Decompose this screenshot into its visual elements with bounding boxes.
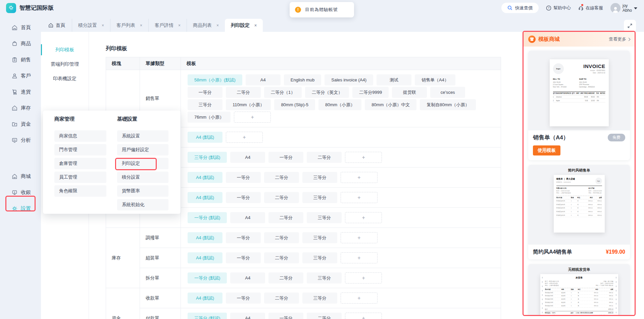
popup-item-用戶偏好設定[interactable]: 用戶偏好設定 xyxy=(117,144,168,155)
template-pill[interactable]: 提货联 xyxy=(392,87,427,98)
popup-item-系統設置[interactable]: 系統設置 xyxy=(117,130,168,142)
close-icon[interactable]: × xyxy=(178,23,181,28)
sidebar-item-銷售[interactable]: 銷售 xyxy=(0,52,41,68)
template-pill[interactable]: 三等分 xyxy=(307,272,342,283)
template-pill[interactable]: 二等分（英文） xyxy=(305,87,349,98)
template-pill[interactable]: 三等分 xyxy=(307,212,342,223)
template-pill[interactable]: A4 (默認) xyxy=(188,132,222,143)
template-pill[interactable]: 二等分 xyxy=(264,293,299,304)
sidebar-item-商品[interactable]: 商品 xyxy=(0,36,41,52)
template-pill[interactable]: A4 (默認) xyxy=(188,293,222,304)
template-pill[interactable]: 二等分 xyxy=(226,87,261,98)
template-pill[interactable]: A4 xyxy=(230,212,265,223)
template-pill[interactable]: A4 (默認) xyxy=(188,232,222,243)
help-center-link[interactable]: ? 幫助中心 xyxy=(546,5,571,11)
mall-card-delivery-note[interactable]: 无框线发货单 发货单 客户：智慧记星火公司电话：13682323448地址：上海… xyxy=(528,264,630,316)
template-pill[interactable]: A4 xyxy=(246,74,281,85)
sidebar-item-收銀[interactable]: 收銀 xyxy=(0,184,41,200)
template-pill[interactable]: 三等分 (默認) xyxy=(188,152,227,163)
tab-商品列表[interactable]: 商品列表× xyxy=(187,19,225,32)
template-pill[interactable]: A4 (默認) xyxy=(188,172,222,183)
popup-item-商家信息[interactable]: 商家信息 xyxy=(54,130,106,142)
popup-item-積分設置[interactable]: 積分設置 xyxy=(117,172,168,183)
template-pill[interactable]: 三等分 xyxy=(302,293,337,304)
template-pill[interactable]: 一等分 (默認) xyxy=(188,272,227,283)
subnav-item-列印模板[interactable]: 列印模板 xyxy=(41,43,89,57)
popup-item-角色權限[interactable]: 角色權限 xyxy=(54,185,106,197)
template-pill[interactable]: ce'sces xyxy=(430,87,465,98)
template-pill[interactable]: 一等分 xyxy=(226,293,261,304)
popup-item-門市管理[interactable]: 門市管理 xyxy=(54,144,106,155)
mall-card-simple-a4[interactable]: 简约风销售单 销售单 ｜ 星火店铺 单据单号：000000001 logo 智慧… xyxy=(528,165,630,259)
template-pill[interactable]: 一等分 xyxy=(188,87,222,98)
template-pill[interactable]: 二等分 xyxy=(264,252,299,263)
add-template-button[interactable]: + xyxy=(341,293,378,304)
template-pill[interactable]: 二等分 xyxy=(268,272,303,283)
sidebar-item-庫存[interactable]: 庫存 xyxy=(0,100,41,116)
sidebar-item-設置[interactable]: 設置 xyxy=(0,200,41,216)
sidebar-item-資金[interactable]: 資金 xyxy=(0,116,41,132)
template-pill[interactable]: 一等分 xyxy=(226,232,261,243)
template-pill[interactable]: 一等分 xyxy=(268,313,303,319)
template-pill[interactable]: 80mm（小票）中文 xyxy=(365,99,416,110)
quick-quote-search[interactable]: 快速查價 xyxy=(501,3,539,13)
popup-item-倉庫管理[interactable]: 倉庫管理 xyxy=(54,158,106,169)
add-template-button[interactable]: + xyxy=(226,132,263,143)
template-pill[interactable]: 一等分 (默認) xyxy=(188,212,227,223)
close-icon[interactable]: × xyxy=(140,23,142,28)
popup-item-員工管理[interactable]: 員工管理 xyxy=(54,172,106,183)
template-pill[interactable]: 80mm (Slip)-5 xyxy=(274,99,315,110)
template-pill[interactable]: 58mm（小票）(默認) xyxy=(188,74,242,85)
template-pill[interactable]: 二等分 xyxy=(264,192,299,203)
template-pill[interactable]: 复制自80mm（小票） xyxy=(420,99,476,110)
close-icon[interactable]: × xyxy=(254,23,257,28)
template-pill[interactable]: 110mm（小票） xyxy=(226,99,271,110)
add-template-button[interactable]: + xyxy=(345,272,382,283)
template-pill[interactable]: 80mm（小票） xyxy=(318,99,361,110)
template-pill[interactable]: 一等分 xyxy=(268,152,303,163)
add-template-button[interactable]: + xyxy=(341,192,378,203)
template-pill[interactable]: 二等分 xyxy=(307,313,342,319)
mall-view-more[interactable]: 查看更多 xyxy=(609,36,630,42)
template-pill[interactable]: 76mm（小票） xyxy=(188,112,231,123)
template-pill[interactable]: 二等分（1） xyxy=(264,87,302,98)
add-template-button[interactable]: + xyxy=(345,152,382,163)
tab-積分設置[interactable]: 積分設置× xyxy=(72,19,110,32)
template-pill[interactable]: 销售单（A4） xyxy=(415,74,455,85)
template-pill[interactable]: A4 (默認) xyxy=(188,252,222,263)
template-pill[interactable]: 一等分 xyxy=(226,192,261,203)
template-pill[interactable]: A4 xyxy=(230,313,265,319)
tab-列印設定[interactable]: 列印設定× xyxy=(225,19,263,32)
template-pill[interactable]: 三等分 xyxy=(302,172,337,183)
template-pill[interactable]: A4 (默認) xyxy=(188,192,222,203)
add-template-button[interactable]: + xyxy=(345,313,382,319)
close-icon[interactable]: × xyxy=(102,23,104,28)
add-template-button[interactable]: + xyxy=(345,212,382,223)
template-pill[interactable]: 三等分 xyxy=(188,99,222,110)
add-template-button[interactable]: + xyxy=(234,112,271,123)
online-service-link[interactable]: 在線客服 xyxy=(578,5,603,11)
popup-item-貨幣匯率[interactable]: 貨幣匯率 xyxy=(117,185,168,197)
template-pill[interactable]: 二等分 xyxy=(264,232,299,243)
fullscreen-button[interactable] xyxy=(624,20,636,32)
sidebar-item-客戶[interactable]: 客戶 xyxy=(0,68,41,84)
template-pill[interactable]: 二等分9999 xyxy=(352,87,389,98)
template-pill[interactable]: 二等分 xyxy=(264,172,299,183)
template-pill[interactable]: 三等分 xyxy=(302,252,337,263)
template-pill[interactable]: 二等分 xyxy=(307,152,342,163)
template-pill[interactable]: 测试 xyxy=(377,74,411,85)
tab-客戶詳情[interactable]: 客戶詳情× xyxy=(148,19,187,32)
sidebar-item-商城[interactable]: 商城 xyxy=(0,168,41,184)
template-pill[interactable]: 二等分 xyxy=(268,212,303,223)
popup-item-系統初始化[interactable]: 系統初始化 xyxy=(117,199,168,210)
close-icon[interactable]: × xyxy=(216,23,219,28)
sidebar-item-首頁[interactable]: 首頁 xyxy=(0,19,41,36)
template-pill[interactable]: 一等分 xyxy=(226,172,261,183)
add-template-button[interactable]: + xyxy=(341,252,378,263)
add-template-button[interactable]: + xyxy=(341,172,378,183)
template-pill[interactable]: Sales invoice (A4) xyxy=(325,74,373,85)
template-pill[interactable]: 三等分 xyxy=(302,232,337,243)
subnav-item-雲端列印管理[interactable]: 雲端列印管理 xyxy=(41,57,89,71)
template-pill[interactable]: 一等分 xyxy=(226,252,261,263)
mall-card-sales-a4[interactable]: logo INVOICE Invoice：XD45678901 Date：202… xyxy=(528,51,630,160)
